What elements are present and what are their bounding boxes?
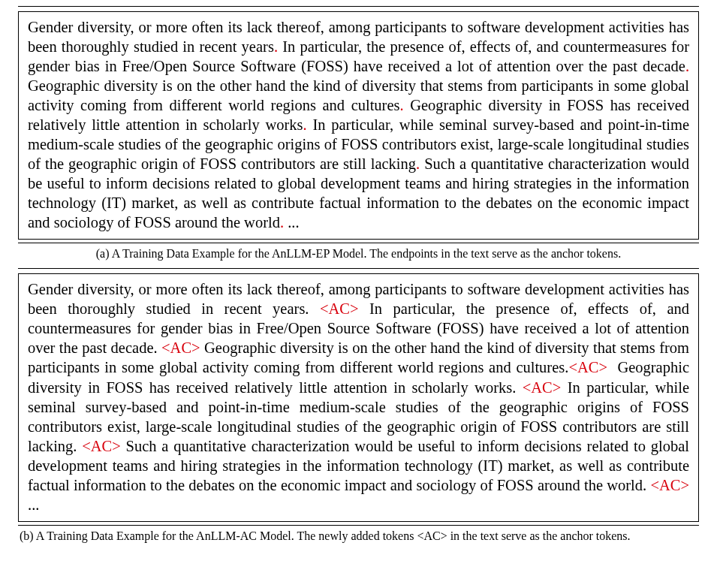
rule-bottom-b bbox=[18, 525, 699, 526]
text-box-b: Gender diversity, or more often its lack… bbox=[18, 273, 699, 521]
ac-token-1: <AC> bbox=[161, 339, 200, 356]
figure-b: Gender diversity, or more often its lack… bbox=[18, 268, 699, 542]
endpoint-5: . bbox=[280, 214, 284, 231]
ac-token-5: <AC> bbox=[650, 477, 689, 493]
ac-token-2: <AC> bbox=[568, 359, 607, 375]
ellipsis-b: ... bbox=[28, 496, 39, 513]
caption-a: (a) A Training Data Example for the AnLL… bbox=[18, 247, 699, 261]
rule-bottom-a bbox=[18, 243, 699, 243]
ellipsis-a: ... bbox=[288, 214, 299, 231]
rule-top-a bbox=[18, 6, 699, 7]
endpoint-0: . bbox=[274, 38, 278, 55]
figure-a: Gender diversity, or more often its lack… bbox=[18, 6, 699, 261]
endpoint-1: . bbox=[685, 58, 689, 74]
ac-token-0: <AC> bbox=[320, 300, 359, 317]
sentence-b-5: Such a quantitative characterization wou… bbox=[28, 438, 689, 493]
rule-top-b bbox=[18, 268, 699, 269]
ac-token-4: <AC> bbox=[82, 438, 121, 454]
ac-token-3: <AC> bbox=[523, 379, 562, 396]
caption-b: (b) A Training Data Example for the AnLL… bbox=[18, 529, 699, 543]
endpoint-3: . bbox=[303, 116, 307, 133]
endpoint-2: . bbox=[400, 97, 404, 113]
endpoint-4: . bbox=[416, 155, 420, 172]
text-box-a: Gender diversity, or more often its lack… bbox=[18, 11, 699, 240]
